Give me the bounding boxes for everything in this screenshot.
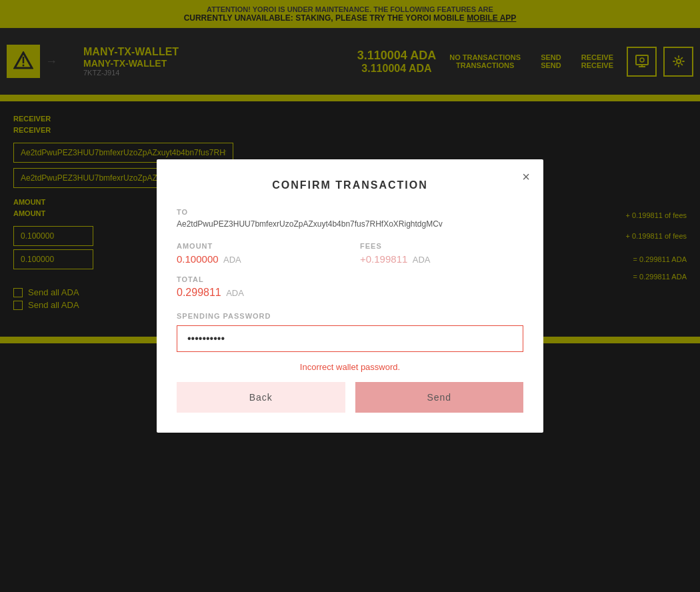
modal-to-label: TO xyxy=(177,208,523,216)
modal-password-label: SPENDING PASSWORD xyxy=(177,312,523,320)
modal-amount-currency: ADA xyxy=(223,255,241,265)
modal-send-button[interactable]: Send xyxy=(355,382,524,413)
modal-fees-value: +0.199811 xyxy=(360,253,407,265)
modal-fees-label: FEES xyxy=(360,242,523,250)
modal-fees-col: FEES +0.199811 ADA xyxy=(360,242,523,265)
modal-error-message: Incorrect wallet password. xyxy=(177,362,523,372)
modal-back-button[interactable]: Back xyxy=(177,382,345,413)
modal-total-currency: ADA xyxy=(226,288,244,298)
modal-total-label: TOTAL xyxy=(177,275,523,283)
modal-password-input[interactable] xyxy=(177,325,523,352)
modal-amount-fees-row: AMOUNT 0.100000 ADA FEES +0.199811 ADA xyxy=(177,242,523,265)
modal-total-value: 0.299811 xyxy=(177,287,221,298)
modal-buttons: Back Send xyxy=(177,382,523,413)
modal-title: CONFIRM TRANSACTION xyxy=(177,179,523,191)
modal-total-section: TOTAL 0.299811 ADA xyxy=(177,275,523,299)
modal-amount-col: AMOUNT 0.100000 ADA xyxy=(177,242,340,265)
modal-overlay: × CONFIRM TRANSACTION TO Ae2tdPwuPEZ3HUU… xyxy=(0,0,700,592)
modal-amount-value: 0.100000 xyxy=(177,253,219,265)
modal-amount-label: AMOUNT xyxy=(177,242,340,250)
modal-fees-currency: ADA xyxy=(413,255,431,265)
confirm-transaction-modal: × CONFIRM TRANSACTION TO Ae2tdPwuPEZ3HUU… xyxy=(157,159,543,433)
modal-close-button[interactable]: × xyxy=(522,169,530,185)
modal-address: Ae2tdPwuPEZ3HUU7bmfexrUzoZpAZxuyt4b4bn7f… xyxy=(177,219,523,229)
